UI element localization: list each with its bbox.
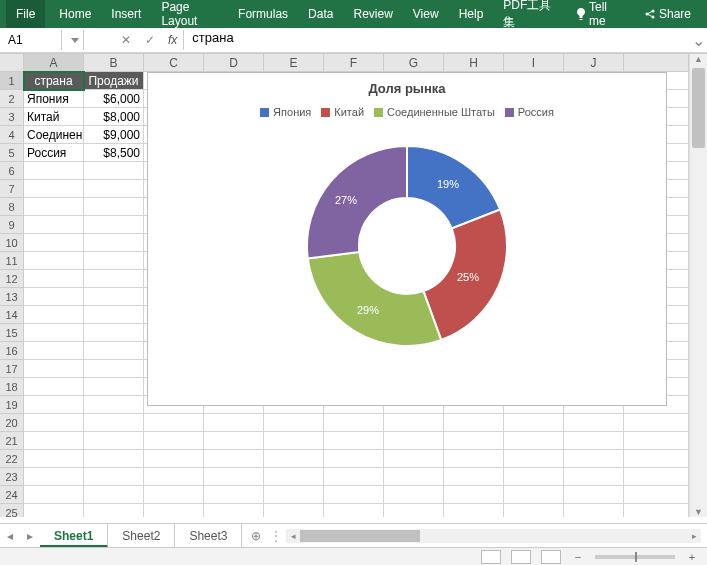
row-header[interactable]: 17 xyxy=(0,360,24,378)
cell[interactable]: $8,500 xyxy=(84,144,144,162)
sheet-nav-prev[interactable]: ◂ xyxy=(0,529,20,543)
cell[interactable] xyxy=(564,450,624,468)
column-header[interactable]: H xyxy=(444,54,504,72)
scroll-thumb[interactable] xyxy=(300,530,420,542)
cell[interactable] xyxy=(504,450,564,468)
column-header[interactable]: J xyxy=(564,54,624,72)
cell[interactable] xyxy=(84,486,144,504)
cell[interactable] xyxy=(204,414,264,432)
row-header[interactable]: 4 xyxy=(0,126,24,144)
cell[interactable]: $6,000 xyxy=(84,90,144,108)
cell[interactable] xyxy=(384,468,444,486)
normal-view-button[interactable] xyxy=(481,550,501,564)
scroll-right-icon[interactable]: ▸ xyxy=(687,529,701,543)
sheet-tab-2[interactable]: Sheet2 xyxy=(108,524,175,548)
column-header[interactable]: G xyxy=(384,54,444,72)
row-header[interactable]: 12 xyxy=(0,270,24,288)
cell[interactable] xyxy=(84,180,144,198)
cell[interactable]: Продажи xyxy=(84,72,144,90)
row-header[interactable]: 18 xyxy=(0,378,24,396)
cell[interactable] xyxy=(264,450,324,468)
cell[interactable] xyxy=(264,468,324,486)
file-tab[interactable]: File xyxy=(6,0,45,28)
cell[interactable] xyxy=(384,486,444,504)
cell[interactable] xyxy=(204,468,264,486)
formula-bar-expand[interactable]: ⌄ xyxy=(689,31,707,50)
cell[interactable] xyxy=(24,486,84,504)
cell[interactable] xyxy=(24,198,84,216)
cell[interactable] xyxy=(264,486,324,504)
horizontal-scrollbar[interactable]: ◂ ▸ xyxy=(286,529,701,543)
column-header[interactable]: E xyxy=(264,54,324,72)
name-box-dropdown[interactable] xyxy=(66,30,84,50)
page-layout-tab[interactable]: Page Layout xyxy=(151,0,228,28)
cell[interactable] xyxy=(24,234,84,252)
cell[interactable] xyxy=(24,504,84,517)
cell[interactable] xyxy=(84,306,144,324)
row-header[interactable]: 20 xyxy=(0,414,24,432)
insert-tab[interactable]: Insert xyxy=(101,0,151,28)
cell[interactable] xyxy=(84,234,144,252)
cell[interactable]: Китай xyxy=(24,108,84,126)
row-header[interactable]: 2 xyxy=(0,90,24,108)
scroll-left-icon[interactable]: ◂ xyxy=(286,529,300,543)
cell[interactable] xyxy=(384,504,444,517)
cell[interactable] xyxy=(144,432,204,450)
cell[interactable] xyxy=(24,396,84,414)
cell[interactable]: Россия xyxy=(24,144,84,162)
row-header[interactable]: 16 xyxy=(0,342,24,360)
cell[interactable] xyxy=(24,252,84,270)
enter-formula-button[interactable]: ✓ xyxy=(138,33,162,47)
scroll-up-icon[interactable]: ▲ xyxy=(690,54,707,64)
cell[interactable] xyxy=(24,306,84,324)
cell[interactable] xyxy=(564,468,624,486)
formula-input[interactable]: страна xyxy=(183,30,689,50)
cancel-formula-button[interactable]: ✕ xyxy=(114,33,138,47)
name-box[interactable]: A1 xyxy=(2,30,62,50)
cell[interactable] xyxy=(84,360,144,378)
cell[interactable] xyxy=(84,198,144,216)
cell[interactable] xyxy=(264,432,324,450)
cell[interactable]: $8,000 xyxy=(84,108,144,126)
row-header[interactable]: 1 xyxy=(0,72,24,90)
scroll-thumb[interactable] xyxy=(692,68,705,148)
column-header[interactable]: B xyxy=(84,54,144,72)
cell[interactable] xyxy=(144,450,204,468)
row-header[interactable]: 22 xyxy=(0,450,24,468)
sheet-nav-next[interactable]: ▸ xyxy=(20,529,40,543)
cell[interactable] xyxy=(24,378,84,396)
row-header[interactable]: 23 xyxy=(0,468,24,486)
cell[interactable] xyxy=(564,504,624,517)
cell[interactable] xyxy=(504,468,564,486)
cell[interactable]: страна xyxy=(24,72,84,90)
tellme-button[interactable]: Tell me xyxy=(564,0,631,28)
cell[interactable] xyxy=(24,342,84,360)
row-header[interactable]: 25 xyxy=(0,504,24,517)
row-header[interactable]: 5 xyxy=(0,144,24,162)
cell[interactable] xyxy=(84,162,144,180)
row-header[interactable]: 15 xyxy=(0,324,24,342)
vertical-scrollbar[interactable]: ▲ ▼ xyxy=(689,54,707,517)
home-tab[interactable]: Home xyxy=(49,0,101,28)
cell[interactable] xyxy=(84,468,144,486)
row-header[interactable]: 14 xyxy=(0,306,24,324)
cell[interactable] xyxy=(144,486,204,504)
cell[interactable] xyxy=(324,414,384,432)
cell[interactable] xyxy=(84,342,144,360)
cell[interactable] xyxy=(84,414,144,432)
cell[interactable] xyxy=(444,468,504,486)
row-header[interactable]: 21 xyxy=(0,432,24,450)
cell[interactable] xyxy=(84,450,144,468)
cell[interactable] xyxy=(444,432,504,450)
fx-icon[interactable]: fx xyxy=(162,33,183,47)
column-header[interactable]: F xyxy=(324,54,384,72)
cell[interactable] xyxy=(144,468,204,486)
cell[interactable] xyxy=(144,504,204,517)
cell[interactable] xyxy=(24,360,84,378)
cell[interactable] xyxy=(444,414,504,432)
cell[interactable] xyxy=(264,504,324,517)
row-header[interactable]: 10 xyxy=(0,234,24,252)
cell[interactable] xyxy=(24,162,84,180)
page-break-view-button[interactable] xyxy=(541,550,561,564)
cell[interactable] xyxy=(384,432,444,450)
